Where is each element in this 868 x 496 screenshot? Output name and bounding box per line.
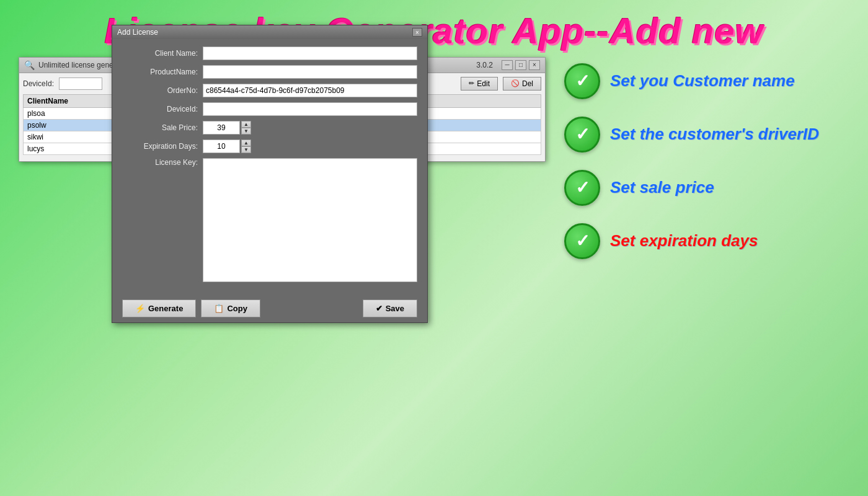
feature-item-3: ✓Set expiration days [564, 223, 849, 259]
generate-icon: ⚡ [135, 304, 145, 313]
modal-title-bar: Add License × [112, 25, 427, 39]
generate-button[interactable]: ⚡ Generate [122, 299, 196, 317]
sale-price-down-btn[interactable]: ▼ [241, 128, 251, 135]
del-btn-label: Del [522, 79, 533, 88]
copy-button[interactable]: 📋 Copy [201, 299, 260, 317]
sale-price-input[interactable] [203, 121, 240, 135]
license-key-textarea[interactable] [203, 158, 417, 282]
modal-overlay: Add License × Client Name: ProductName: [112, 25, 428, 323]
feature-text-2: Set sale price [610, 178, 714, 197]
feature-text-0: Set you Customer name [610, 71, 795, 91]
save-button[interactable]: ✔ Save [363, 299, 417, 317]
check-mark: ✓ [575, 231, 590, 251]
check-circle: ✓ [564, 117, 600, 153]
del-button[interactable]: 🚫 Del [503, 77, 541, 91]
save-label: Save [386, 304, 404, 313]
expiration-days-input[interactable] [203, 140, 240, 153]
expiration-days-up-btn[interactable]: ▲ [241, 140, 251, 146]
app-icon: 🔍 [24, 60, 35, 70]
order-no-row: OrderNo: [122, 84, 417, 97]
right-panel: ✓Set you Customer name✓Set the customer'… [564, 57, 849, 277]
minimize-button[interactable]: ─ [502, 60, 513, 70]
license-key-row: License Key: [122, 158, 417, 282]
order-no-label: OrderNo: [122, 86, 203, 95]
feature-text-1: Set the customer's driverID [610, 125, 819, 144]
copy-icon: 📋 [214, 304, 224, 313]
modal-device-id-input[interactable] [203, 102, 417, 116]
check-circle: ✓ [564, 223, 600, 259]
maximize-button[interactable]: □ [515, 60, 526, 70]
client-name-row: Client Name: [122, 46, 417, 60]
client-name-input[interactable] [203, 46, 417, 60]
expiration-days-down-btn[interactable]: ▼ [241, 146, 251, 153]
add-license-modal: Add License × Client Name: ProductName: [112, 25, 428, 323]
sale-price-up-btn[interactable]: ▲ [241, 121, 251, 128]
sale-price-spinner-btns: ▲ ▼ [241, 121, 251, 135]
copy-label: Copy [227, 304, 247, 313]
sale-price-label: Sale Price: [122, 123, 203, 132]
check-circle: ✓ [564, 63, 600, 99]
order-no-input[interactable] [203, 84, 417, 97]
feature-item-1: ✓Set the customer's driverID [564, 117, 849, 153]
device-id-row: DeviceId: [122, 102, 417, 116]
feature-item-0: ✓Set you Customer name [564, 63, 849, 99]
feature-item-2: ✓Set sale price [564, 170, 849, 206]
app-window: 🔍 Unlimited license generation App 3.0.2… [19, 57, 546, 162]
product-name-input[interactable] [203, 65, 417, 79]
feature-text-3: Set expiration days [610, 231, 758, 250]
expiration-days-row: Expiration Days: ▲ ▼ [122, 140, 417, 153]
device-id-input[interactable] [59, 78, 102, 90]
expiration-days-spinner-btns: ▲ ▼ [241, 140, 251, 153]
title-bar-right: 3.0.2 ─ □ × [476, 60, 540, 70]
product-name-label: ProductName: [122, 68, 203, 76]
check-circle: ✓ [564, 170, 600, 206]
sale-price-spinner: ▲ ▼ [203, 121, 251, 135]
modal-body: Client Name: ProductName: OrderNo: [112, 39, 427, 294]
close-button[interactable]: × [529, 60, 540, 70]
device-id-label: DeviceId: [23, 79, 54, 88]
client-name-label: Client Name: [122, 49, 203, 58]
del-icon: 🚫 [511, 79, 520, 87]
expiration-days-spinner: ▲ ▼ [203, 140, 251, 153]
license-key-label: License Key: [122, 158, 203, 167]
modal-footer: ⚡ Generate 📋 Copy ✔ Save [112, 294, 427, 322]
edit-btn-label: Edit [477, 79, 490, 88]
generate-label: Generate [148, 304, 183, 313]
sale-price-row: Sale Price: ▲ ▼ [122, 121, 417, 135]
edit-icon: ✏ [469, 79, 474, 87]
modal-close-button[interactable]: × [412, 28, 422, 37]
save-icon: ✔ [376, 304, 383, 313]
product-name-row: ProductName: [122, 65, 417, 79]
modal-device-id-label: DeviceId: [122, 105, 203, 113]
version-label: 3.0.2 [476, 61, 493, 69]
check-mark: ✓ [575, 71, 590, 91]
modal-title: Add License [117, 28, 158, 37]
edit-button[interactable]: ✏ Edit [461, 77, 498, 91]
main-area: 🔍 Unlimited license generation App 3.0.2… [0, 57, 868, 277]
check-mark: ✓ [575, 124, 590, 144]
check-mark: ✓ [575, 177, 590, 198]
expiration-days-label: Expiration Days: [122, 142, 203, 151]
